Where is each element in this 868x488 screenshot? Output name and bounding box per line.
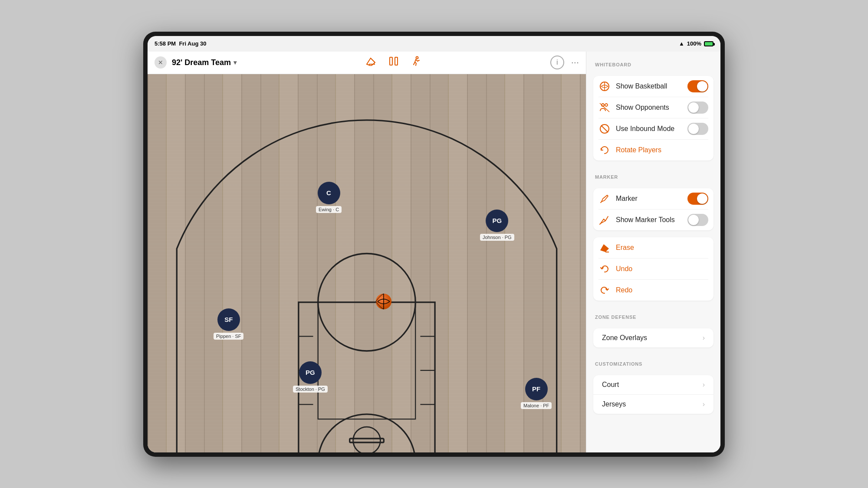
eraser-tool-icon[interactable] (365, 56, 377, 69)
columns-tool-icon[interactable] (389, 56, 398, 69)
wifi-icon: ▲ (679, 40, 684, 47)
whiteboard-header: WHITEBOARD (595, 62, 712, 67)
redo-row[interactable]: Redo (598, 280, 708, 301)
toggle-knob (688, 124, 699, 134)
show-basketball-toggle[interactable] (687, 80, 708, 92)
customizations-block: Court › Jerseys › (593, 375, 713, 414)
actions-block: Erase Undo (593, 237, 713, 301)
svg-rect-2 (390, 57, 392, 65)
close-button[interactable]: ✕ (155, 56, 167, 69)
svg-rect-6 (318, 302, 415, 419)
player-run-icon[interactable] (411, 56, 421, 69)
player-circle-c: C (318, 182, 340, 204)
player-label-sf: Pippen · SF (214, 333, 243, 340)
top-bar: ✕ 92' Dream Team ▾ (148, 52, 586, 74)
status-time: 5:58 PM Fri Aug 30 (155, 40, 206, 47)
marker-icon (598, 193, 611, 205)
redo-label: Redo (616, 286, 708, 294)
zone-overlays-label: Zone Overlays (602, 334, 697, 342)
undo-label: Undo (616, 265, 708, 273)
player-pg2[interactable]: PG Stockton · PG (293, 361, 328, 393)
marker-toggle[interactable] (687, 193, 708, 205)
right-panel: WHITEBOARD (586, 52, 720, 452)
show-opponents-label: Show Opponents (616, 104, 682, 111)
zone-overlays-row[interactable]: Zone Overlays › (593, 328, 713, 347)
undo-row[interactable]: Undo (598, 259, 708, 280)
svg-rect-3 (395, 57, 398, 65)
rotate-icon (598, 144, 611, 156)
status-indicators: ▲ 100% (679, 40, 713, 47)
jerseys-label: Jerseys (602, 400, 697, 408)
toggle-knob (697, 193, 707, 204)
svg-point-4 (416, 57, 418, 59)
more-options-button[interactable]: ··· (571, 57, 579, 68)
toolbar-right: i ··· (550, 56, 579, 69)
zone-defense-block: Zone Overlays › (593, 328, 713, 347)
toggle-knob (697, 81, 707, 92)
basketball-court[interactable]: C Ewing · C PG Johnson · PG SF Pippen · … (148, 74, 586, 452)
zone-defense-header: ZONE DEFENSE (595, 314, 712, 320)
player-label-c: Ewing · C (316, 206, 342, 213)
title-area: 92' Dream Team ▾ (172, 58, 237, 67)
jerseys-chevron-icon: › (703, 400, 705, 408)
marker-section: MARKER (586, 167, 720, 188)
player-pf[interactable]: PF Malone · PF (521, 378, 552, 409)
svg-line-26 (601, 202, 602, 203)
show-marker-tools-label: Show Marker Tools (616, 216, 682, 224)
device-frame: 5:58 PM Fri Aug 30 ▲ 100% ✕ 92' Dream Te… (143, 32, 725, 457)
whiteboard-section: WHITEBOARD (586, 55, 720, 76)
svg-line-28 (600, 223, 601, 224)
player-c[interactable]: C Ewing · C (316, 182, 342, 213)
redo-icon (598, 284, 611, 296)
show-opponents-toggle[interactable] (687, 102, 708, 114)
use-inbound-row: Use Inbound Mode (598, 118, 708, 140)
marker-label: Marker (616, 195, 682, 203)
player-label-pf: Malone · PF (521, 402, 552, 409)
player-sf[interactable]: SF Pippen · SF (214, 308, 243, 340)
marker-tools-icon (598, 214, 611, 226)
court-container: ✕ 92' Dream Team ▾ (148, 52, 586, 452)
status-bar: 5:58 PM Fri Aug 30 ▲ 100% (148, 36, 720, 52)
svg-point-9 (353, 427, 381, 452)
player-circle-pf: PF (525, 378, 548, 400)
use-inbound-toggle[interactable] (687, 123, 708, 135)
jerseys-row[interactable]: Jerseys › (593, 395, 713, 414)
use-inbound-label: Use Inbound Mode (616, 125, 682, 133)
basketball[interactable] (375, 293, 392, 310)
player-circle-pg1: PG (486, 210, 508, 232)
marker-header: MARKER (595, 174, 712, 180)
erase-row[interactable]: Erase (598, 237, 708, 259)
customizations-header: CUSTOMIZATIONS (595, 361, 712, 367)
show-marker-tools-row: Show Marker Tools (598, 210, 708, 230)
svg-rect-8 (350, 439, 384, 442)
toggle-knob (688, 102, 699, 113)
player-circle-sf: SF (217, 308, 240, 331)
player-circle-pg2: PG (299, 361, 322, 384)
court-chevron-icon: › (703, 381, 705, 389)
marker-row: Marker (598, 188, 708, 210)
rotate-players-label: Rotate Players (616, 146, 708, 154)
zone-defense-section: ZONE DEFENSE (586, 308, 720, 328)
show-opponents-row: Show Opponents (598, 97, 708, 118)
player-label-pg2: Stockton · PG (293, 386, 328, 393)
court-lines (148, 74, 586, 452)
whiteboard-block: Show Basketball (593, 76, 713, 160)
zone-overlays-chevron-icon: › (703, 334, 705, 342)
device-screen: 5:58 PM Fri Aug 30 ▲ 100% ✕ 92' Dream Te… (148, 36, 720, 452)
svg-line-1 (371, 58, 375, 62)
rotate-players-row[interactable]: Rotate Players (598, 140, 708, 160)
svg-line-27 (605, 216, 608, 221)
erase-icon (598, 242, 611, 254)
show-marker-tools-toggle[interactable] (687, 214, 708, 226)
battery-icon (704, 41, 713, 46)
court-row[interactable]: Court › (593, 375, 713, 395)
toolbar-center (242, 56, 545, 69)
title-chevron-icon[interactable]: ▾ (233, 59, 237, 66)
inbound-icon (598, 123, 611, 135)
basketball-icon (598, 80, 611, 92)
info-button[interactable]: i (550, 56, 564, 69)
opponents-icon (598, 102, 611, 114)
battery-percentage: 100% (687, 40, 701, 47)
main-area: ✕ 92' Dream Team ▾ (148, 52, 720, 452)
player-pg1[interactable]: PG Johnson · PG (480, 210, 514, 241)
